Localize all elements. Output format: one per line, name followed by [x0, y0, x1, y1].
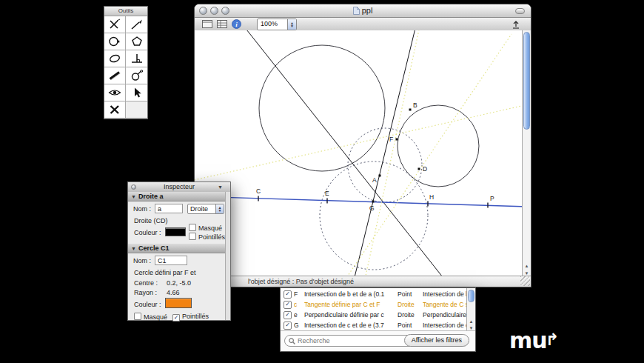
centre-label: Centre :	[134, 279, 158, 287]
polygon-icon	[130, 36, 144, 47]
inspector-palette: Inspecteur ▼ ▼Droite a Nom : a Droite ▲▼…	[127, 182, 231, 321]
delete-tool-button[interactable]	[104, 101, 126, 119]
zoom-value: 100%	[258, 19, 287, 30]
object-description-2: Intersection de c et	[423, 322, 466, 329]
object-description-2: Perpendiculaire de c	[423, 311, 466, 319]
segment-tool-button[interactable]	[104, 67, 126, 84]
toolbar-toggle-button[interactable]	[515, 8, 525, 14]
segment-icon	[107, 70, 122, 81]
object-description-2: Tangente de C sur	[423, 301, 466, 308]
circle-tool-button[interactable]	[104, 33, 126, 50]
droite-color-swatch[interactable]	[165, 227, 186, 236]
inspector-title: Inspecteur	[164, 183, 195, 190]
inspector-titlebar[interactable]: Inspecteur ▼	[128, 182, 230, 193]
svg-text:G: G	[369, 204, 375, 212]
object-type: Point	[398, 290, 423, 298]
list-footer: Afficher les filtres	[281, 330, 475, 351]
object-row[interactable]: ✓FIntersection de b et de a (0.1PointInt…	[281, 289, 466, 299]
section-droite-header[interactable]: ▼Droite a	[128, 192, 230, 202]
couleur-label: Couleur :	[134, 301, 161, 308]
palette-icon	[202, 20, 212, 28]
perpendicular-tool-button[interactable]	[126, 50, 147, 67]
rayon-label: Rayon :	[134, 289, 157, 296]
list-scrollbar-thumb[interactable]	[468, 290, 474, 302]
document-icon	[353, 7, 360, 15]
nom-label: Nom :	[133, 205, 151, 213]
geometry-figure: BFDACEGHP	[195, 30, 522, 277]
droite-definition: Droite (CD)	[134, 217, 168, 224]
palette-toggle-button[interactable]	[201, 19, 213, 30]
vertical-scrollbar[interactable]: ▲ ▼	[522, 30, 531, 277]
object-description: Intersection de c et de e (3.7	[304, 322, 398, 329]
info-button[interactable]: i	[230, 19, 243, 30]
line-icon	[130, 19, 144, 30]
export-button[interactable]	[509, 19, 522, 30]
zoom-stepper-icon: ▲▼	[287, 19, 296, 30]
info-icon: i	[232, 19, 241, 29]
cercle-definition: Cercle défini par F et	[134, 269, 196, 276]
svg-text:C: C	[256, 187, 261, 195]
object-description: Intersection de b et de a (0.1	[304, 290, 398, 298]
droite-pointilles-checkbox[interactable]: Pointillés	[189, 233, 225, 241]
drawing-canvas[interactable]: BFDACEGHP ▲ ▼	[195, 30, 531, 277]
object-description: Perpendiculaire définie par c	[304, 311, 398, 319]
droite-masque-checkbox[interactable]: Masqué	[189, 224, 222, 232]
row-checkbox[interactable]: ✓	[284, 311, 292, 319]
svg-text:H: H	[429, 193, 434, 201]
status-bar: l'objet désigné : Pas d'objet désigné	[195, 276, 531, 287]
select-tool-button[interactable]	[126, 84, 147, 101]
object-name: c	[294, 301, 304, 308]
nom-label: Nom :	[133, 257, 151, 264]
show-filters-button[interactable]: Afficher les filtres	[404, 334, 469, 347]
palette-close-button[interactable]	[131, 184, 136, 190]
line-tool-button[interactable]	[126, 16, 147, 33]
compass-tool-button[interactable]	[126, 67, 147, 84]
circle-icon	[107, 36, 122, 47]
object-name: F	[294, 290, 304, 298]
perpendicular-icon	[130, 53, 144, 64]
cercle-masque-checkbox[interactable]: Masqué	[134, 313, 167, 321]
palette-menu-icon[interactable]: ▼	[218, 182, 223, 192]
svg-text:A: A	[372, 176, 377, 184]
object-row[interactable]: ✓GIntersection de c et de e (3.7PointInt…	[281, 320, 466, 330]
row-checkbox[interactable]: ✓	[284, 301, 292, 309]
watermark-curl: ↱	[546, 330, 558, 349]
cercle-color-swatch[interactable]	[165, 298, 192, 308]
zoom-select[interactable]: 100% ▲▼	[257, 19, 297, 30]
row-checkbox[interactable]: ✓	[284, 290, 292, 299]
droite-type-popup[interactable]: Droite ▲▼	[187, 204, 224, 214]
search-input[interactable]	[295, 336, 414, 345]
eye-icon	[107, 87, 122, 99]
object-name: G	[294, 322, 304, 329]
polygon-tool-button[interactable]	[126, 33, 147, 50]
tools-palette-title: Outils	[104, 7, 147, 16]
object-row[interactable]: ✓ePerpendiculaire définie par cDroitePer…	[281, 310, 466, 320]
upload-arrow-icon	[511, 20, 520, 29]
hide-show-tool-button[interactable]	[104, 84, 126, 101]
status-text: l'objet désigné : Pas d'objet désigné	[248, 278, 354, 285]
conic-tool-button[interactable]	[104, 50, 126, 67]
droite-name-field[interactable]: a	[155, 204, 183, 213]
svg-text:D: D	[423, 165, 427, 173]
couleur-label: Couleur :	[134, 229, 161, 236]
object-type: Droite	[398, 311, 423, 319]
erase-tool-button[interactable]	[104, 16, 126, 33]
object-list-window: ✓FIntersection de b et de a (0.1PointInt…	[280, 287, 476, 352]
scrollbar-thumb[interactable]	[523, 32, 530, 130]
resize-grip[interactable]	[520, 276, 530, 286]
cercle-name-field[interactable]: C1	[155, 256, 187, 265]
search-field[interactable]	[284, 335, 415, 347]
section-cercle-header[interactable]: ▼Cercle C1	[128, 244, 230, 253]
object-row[interactable]: ✓cTangente définie par C et FDroiteTange…	[281, 299, 466, 310]
scroll-up-icon[interactable]: ▲	[523, 262, 531, 270]
inspector-scrollbar[interactable]	[225, 192, 230, 320]
list-view-button[interactable]	[215, 19, 228, 30]
list-scroll-up-icon[interactable]: ▲	[467, 319, 475, 325]
tools-grid	[104, 16, 147, 119]
cercle-pointilles-checkbox[interactable]: ✓Pointillés	[172, 313, 209, 322]
svg-text:P: P	[490, 195, 494, 202]
window-titlebar[interactable]: ppl	[195, 4, 531, 18]
row-checkbox[interactable]: ✓	[284, 322, 292, 330]
svg-text:F: F	[389, 136, 393, 143]
list-scrollbar[interactable]: ▲ ▼	[466, 288, 475, 332]
